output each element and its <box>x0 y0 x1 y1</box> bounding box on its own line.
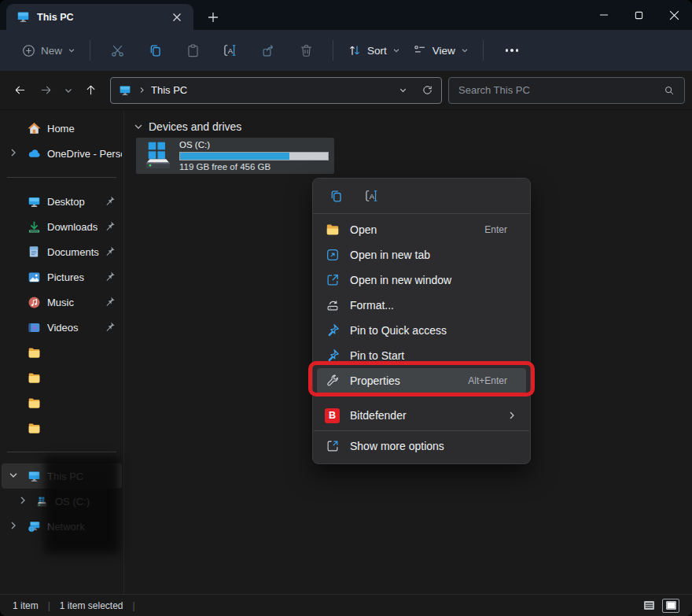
search-input[interactable] <box>458 84 664 96</box>
view-icon <box>413 43 427 57</box>
sidebar-divider <box>7 177 116 178</box>
sidebar-item-folder[interactable] <box>2 415 122 441</box>
minimize-icon[interactable] <box>586 0 621 30</box>
details-view-icon[interactable] <box>640 599 657 613</box>
tab-this-pc[interactable]: This PC <box>6 4 193 30</box>
pin-icon <box>104 271 116 282</box>
pictures-icon <box>28 271 41 284</box>
chevron-down-icon[interactable] <box>9 470 18 480</box>
command-toolbar: New A Sort View <box>0 30 692 71</box>
chevron-down-icon <box>461 46 469 54</box>
svg-text:A: A <box>370 192 375 201</box>
sort-button[interactable]: Sort <box>341 36 407 65</box>
menu-item-pin-to-quick-access[interactable]: Pin to Quick access <box>317 318 526 343</box>
see-more-icon[interactable] <box>491 36 533 65</box>
maximize-icon[interactable] <box>621 0 657 30</box>
this-pc-monitor-icon <box>17 10 30 24</box>
sidebar-item-folder[interactable] <box>2 365 122 390</box>
new-button[interactable]: New <box>16 36 82 65</box>
sidebar-item-folder[interactable] <box>2 390 122 415</box>
chevron-right-icon[interactable] <box>18 496 28 505</box>
search-icon <box>664 85 675 96</box>
sidebar-item-pictures[interactable]: Pictures <box>2 264 122 290</box>
sidebar: Home OneDrive - Persona Desktop <box>0 110 123 594</box>
menu-item-show-more-options[interactable]: Show more options <box>317 433 526 459</box>
menu-item-open[interactable]: Open Enter <box>317 217 526 242</box>
menu-item-open-in-new-window[interactable]: Open in new window <box>317 267 526 293</box>
view-button[interactable]: View <box>407 36 475 65</box>
menu-item-bitdefender[interactable]: B Bitdefender <box>317 403 526 428</box>
address-dropdown-chevron-icon[interactable] <box>399 86 407 94</box>
sidebar-item-documents[interactable]: Documents <box>2 239 122 264</box>
item-count: 1 item <box>13 600 39 611</box>
copy-icon[interactable] <box>138 36 171 65</box>
forward-icon[interactable] <box>33 78 59 103</box>
new-button-label: New <box>41 45 62 57</box>
menu-item-label: Pin to Quick access <box>350 324 507 337</box>
menu-item-label: Pin to Start <box>350 349 507 362</box>
rename-icon[interactable]: A <box>214 36 247 65</box>
sort-icon <box>348 43 362 57</box>
menu-item-shortcut: Alt+Enter <box>468 375 507 386</box>
paste-icon[interactable] <box>176 36 209 65</box>
chevron-down-icon[interactable] <box>134 122 143 131</box>
pin-icon <box>104 220 116 232</box>
drive-os-c-tile[interactable]: OS (C:) 119 GB free of 456 GB <box>136 138 334 174</box>
sidebar-item-videos[interactable]: Videos <box>2 315 122 340</box>
menu-item-format[interactable]: Format... <box>317 293 526 318</box>
up-icon[interactable] <box>78 78 104 103</box>
chevron-down-icon <box>392 46 400 54</box>
address-bar[interactable]: This PC <box>110 77 442 104</box>
pin-icon <box>325 349 340 363</box>
sidebar-item-home[interactable]: Home <box>2 116 122 141</box>
status-divider: | <box>48 600 50 611</box>
home-icon <box>28 122 41 135</box>
menu-item-pin-to-start[interactable]: Pin to Start <box>317 343 526 368</box>
chevron-down-icon <box>68 46 75 54</box>
share-icon[interactable] <box>252 36 285 65</box>
downloads-icon <box>28 220 41 234</box>
music-icon <box>28 296 41 309</box>
sort-button-label: Sort <box>367 45 387 57</box>
recent-locations-chevron-icon[interactable] <box>59 78 78 103</box>
menu-item-label: Open in new window <box>350 274 507 286</box>
sidebar-item-folder[interactable] <box>2 340 122 365</box>
sidebar-item-onedrive[interactable]: OneDrive - Persona <box>2 141 122 166</box>
chevron-right-icon[interactable] <box>9 148 18 157</box>
cut-icon[interactable] <box>101 36 134 65</box>
sidebar-item-desktop[interactable]: Desktop <box>2 189 122 214</box>
redacted-folder-names <box>44 456 120 554</box>
tab-close-icon[interactable] <box>167 7 187 28</box>
menu-item-label: Bitdefender <box>350 409 507 422</box>
folder-icon <box>28 346 41 360</box>
new-tab-button[interactable] <box>203 7 223 28</box>
pin-icon <box>325 323 340 338</box>
large-icons-view-icon[interactable] <box>662 599 679 613</box>
search-box <box>448 77 685 104</box>
folder-icon <box>28 371 41 385</box>
close-icon[interactable] <box>657 0 692 30</box>
devices-and-drives-section[interactable]: Devices and drives <box>131 120 692 133</box>
drive-name: OS (C:) <box>179 139 329 150</box>
onedrive-cloud-icon <box>28 147 41 160</box>
pin-icon <box>104 195 116 207</box>
pin-icon <box>104 321 116 333</box>
file-explorer-window: This PC New <box>0 0 692 616</box>
chevron-right-icon[interactable] <box>9 521 18 530</box>
delete-icon[interactable] <box>289 36 322 65</box>
sidebar-item-label: OneDrive - Persona <box>47 148 122 160</box>
sidebar-item-label: Home <box>47 123 75 135</box>
desktop-icon <box>28 195 41 208</box>
rename-icon[interactable]: A <box>357 184 387 208</box>
toolbar-divider <box>90 40 90 61</box>
show-more-options-icon <box>325 439 340 454</box>
sidebar-item-downloads[interactable]: Downloads <box>2 214 122 239</box>
documents-icon <box>28 245 41 259</box>
section-label: Devices and drives <box>149 120 241 133</box>
back-icon[interactable] <box>7 78 33 103</box>
refresh-icon[interactable] <box>421 84 433 96</box>
sidebar-item-music[interactable]: Music <box>2 290 122 315</box>
menu-item-properties[interactable]: Properties Alt+Enter <box>317 368 526 393</box>
menu-item-open-in-new-tab[interactable]: Open in new tab <box>317 242 526 267</box>
copy-icon[interactable] <box>321 184 351 208</box>
